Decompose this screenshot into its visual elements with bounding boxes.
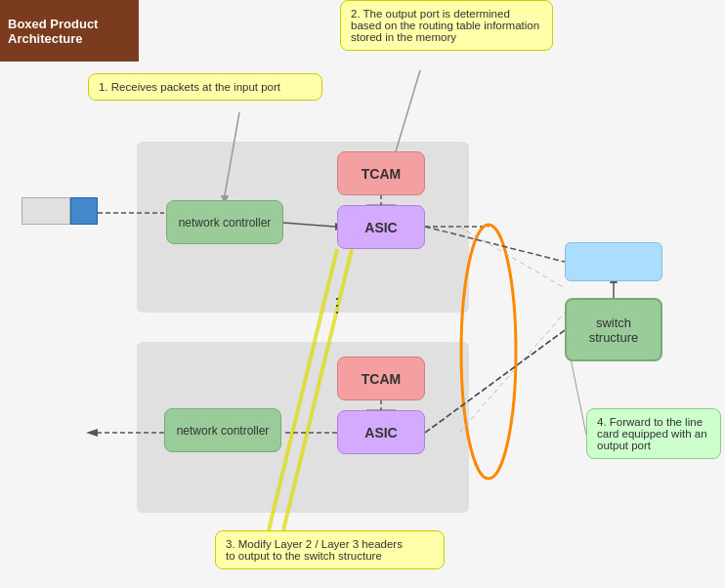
title-box: Boxed Product Architecture bbox=[0, 0, 139, 62]
svg-line-10 bbox=[459, 313, 565, 433]
svg-marker-22 bbox=[86, 429, 98, 437]
svg-line-9 bbox=[459, 227, 565, 288]
callout-2: 2. The output port is determined based o… bbox=[340, 0, 553, 51]
switch-structure-box: switchstructure bbox=[565, 298, 662, 361]
callout-3: 3. Modify Layer 2 / Layer 3 headersto ou… bbox=[215, 530, 445, 569]
callout-4-text: 4. Forward to the line card equipped wit… bbox=[597, 416, 707, 451]
svg-point-6 bbox=[461, 225, 516, 479]
nc-top: network controller bbox=[166, 200, 283, 244]
nc-bottom: network controller bbox=[164, 408, 281, 452]
asic-bottom: ASIC bbox=[337, 410, 425, 454]
title-text: Boxed Product Architecture bbox=[8, 17, 131, 46]
callout-4: 4. Forward to the line card equipped wit… bbox=[586, 408, 721, 459]
ellipsis-dots: ⋮ bbox=[327, 293, 349, 316]
packet-gray bbox=[21, 197, 70, 225]
tcam-top: TCAM bbox=[337, 151, 425, 195]
blue-box bbox=[565, 242, 662, 281]
diagram-area: Boxed Product Architecture Line card Lin… bbox=[0, 0, 725, 588]
callout-1: 1. Receives packets at the input port bbox=[88, 73, 322, 101]
callout-2-text: 2. The output port is determined based o… bbox=[351, 8, 539, 43]
packet-blue bbox=[70, 197, 98, 225]
tcam-bottom: TCAM bbox=[337, 357, 425, 400]
callout-3-text: 3. Modify Layer 2 / Layer 3 headersto ou… bbox=[226, 538, 403, 562]
svg-line-15 bbox=[396, 70, 420, 151]
switch-label: switchstructure bbox=[589, 315, 639, 345]
asic-top: ASIC bbox=[337, 205, 425, 249]
